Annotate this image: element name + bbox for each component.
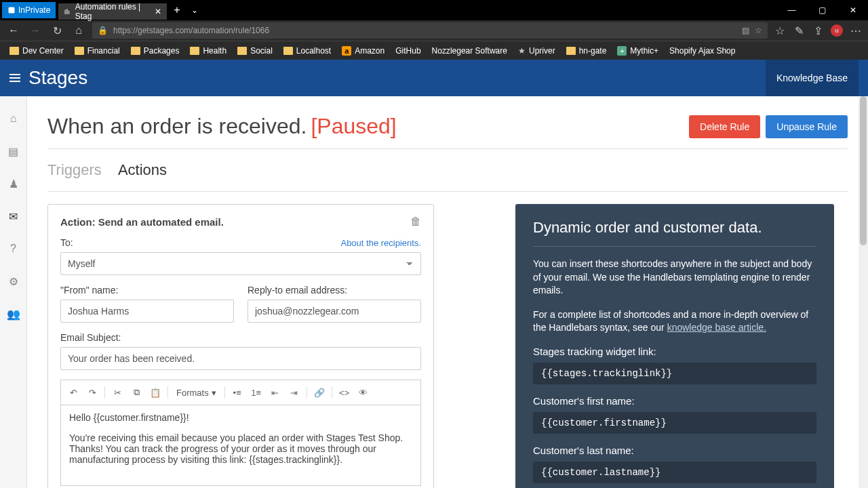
nav-back-button[interactable]: ← xyxy=(5,22,22,39)
knowledge-base-link[interactable]: Knowledge Base xyxy=(766,60,859,96)
window-minimize-button[interactable]: ― xyxy=(776,0,807,20)
preview-icon[interactable]: 👁 xyxy=(355,384,372,401)
shortcodes-panel: Dynamic order and customer data. You can… xyxy=(515,204,834,488)
redo-icon[interactable]: ↷ xyxy=(84,384,100,401)
divider xyxy=(47,191,848,192)
delete-rule-button[interactable]: Delete Rule xyxy=(689,115,760,138)
scrollbar-track[interactable] xyxy=(859,96,868,488)
tab-title: Automation rules | Stag xyxy=(75,2,149,21)
new-tab-button[interactable]: + xyxy=(167,4,186,16)
shortcode-code[interactable]: {{customer.lastname}} xyxy=(533,462,816,483)
to-select[interactable]: Myself xyxy=(60,252,421,275)
kb-article-link[interactable]: knowledge base article. xyxy=(667,322,766,333)
bookmark-item[interactable]: Dev Center xyxy=(5,44,68,58)
copy-icon[interactable]: ⧉ xyxy=(128,384,144,401)
reply-to-label: Reply-to email address: xyxy=(248,285,347,296)
shortcode-label: Customer's first name: xyxy=(533,395,816,407)
bookmark-item[interactable]: hn-gate xyxy=(562,44,611,58)
cut-icon[interactable]: ✂ xyxy=(109,384,125,401)
bookmark-item[interactable]: Nozzlegear Software xyxy=(428,44,511,58)
editor-paragraph: Hello {{customer.firstname}}! xyxy=(69,412,412,423)
window-maximize-button[interactable]: ▢ xyxy=(807,0,837,20)
number-list-icon[interactable]: 1≡ xyxy=(248,384,264,401)
bookmark-label: Upriver xyxy=(529,46,555,56)
svg-rect-1 xyxy=(65,9,66,14)
bookmark-item[interactable]: GitHub xyxy=(391,44,425,58)
tab-actions[interactable]: Actions xyxy=(118,161,167,179)
bookmark-item[interactable]: Packages xyxy=(127,44,184,58)
rail-gear-icon[interactable]: ⚙ xyxy=(7,275,20,287)
formats-dropdown[interactable]: Formats▾ xyxy=(172,388,220,398)
bookmark-item[interactable]: Health xyxy=(186,44,231,58)
shortcode-code[interactable]: {{stages.trackinglink}} xyxy=(533,363,816,384)
nav-forward-button[interactable]: → xyxy=(27,22,43,39)
notes-icon[interactable]: ✎ xyxy=(792,24,806,37)
bookmark-item[interactable]: aAmazon xyxy=(338,44,389,58)
scrollbar-thumb[interactable] xyxy=(860,96,867,245)
bookmark-item[interactable]: Shopify Ajax Shop xyxy=(665,44,739,58)
delete-action-icon[interactable]: 🗑 xyxy=(410,216,421,228)
bookmark-label: Mythic+ xyxy=(630,46,658,56)
paste-icon[interactable]: 📋 xyxy=(147,384,163,401)
undo-icon[interactable]: ↶ xyxy=(65,384,81,401)
editor-paragraph: You're receiving this email because you … xyxy=(69,432,412,465)
inprivate-label: InPrivate xyxy=(18,5,50,15)
subject-input[interactable] xyxy=(60,347,421,370)
url-text: https://getstages.com/automation/rule/10… xyxy=(113,26,269,35)
folder-icon xyxy=(131,47,140,55)
rail-user-icon[interactable]: ♟ xyxy=(7,178,20,190)
shortcode-label: Customer's last name: xyxy=(533,445,816,456)
more-icon[interactable]: ⋯ xyxy=(849,24,863,37)
browser-address-bar: ← → ↻ ⌂ 🔒 https://getstages.com/automati… xyxy=(0,20,868,41)
share-icon[interactable]: ⇪ xyxy=(811,24,825,37)
rail-help-icon[interactable]: ? xyxy=(7,243,20,255)
bookmark-item[interactable]: ★Upriver xyxy=(514,44,559,58)
bullet-list-icon[interactable]: •≡ xyxy=(229,384,245,401)
rail-home-icon[interactable]: ⌂ xyxy=(7,113,20,125)
reading-view-icon[interactable]: ▤ xyxy=(742,26,749,35)
favorites-icon[interactable]: ☆ xyxy=(773,24,787,37)
from-name-input[interactable] xyxy=(60,300,234,323)
inprivate-badge: InPrivate xyxy=(2,2,56,18)
bookmark-item[interactable]: +Mythic+ xyxy=(613,44,663,58)
bookmark-label: GitHub xyxy=(395,46,420,56)
rail-doc-icon[interactable]: ▤ xyxy=(7,145,20,157)
reply-to-input[interactable] xyxy=(248,300,421,323)
rail-people-icon[interactable]: 👥 xyxy=(7,308,20,320)
bookmark-item[interactable]: Financial xyxy=(71,44,124,58)
favorite-star-icon[interactable]: ☆ xyxy=(755,26,762,35)
action-card: Action: Send an automated email. 🗑 To: A… xyxy=(47,204,434,488)
star-icon: ★ xyxy=(518,46,526,56)
rail-mail-icon[interactable]: ✉ xyxy=(7,210,20,222)
tab-close-icon[interactable]: ✕ xyxy=(155,7,161,16)
app-header: Stages Knowledge Base xyxy=(0,60,868,96)
window-close-button[interactable]: ✕ xyxy=(837,0,868,20)
extension-badge[interactable]: u xyxy=(830,24,844,37)
browser-tab[interactable]: Automation rules | Stag ✕ xyxy=(58,3,167,20)
indent-icon[interactable]: ⇥ xyxy=(286,384,302,401)
tab-triggers[interactable]: Triggers xyxy=(47,161,102,179)
lock-icon: 🔒 xyxy=(98,26,108,35)
bookmark-label: Amazon xyxy=(355,46,384,56)
bookmark-item[interactable]: Localhost xyxy=(279,44,335,58)
nav-refresh-button[interactable]: ↻ xyxy=(49,22,65,39)
unpause-rule-button[interactable]: Unpause Rule xyxy=(766,115,848,138)
code-icon[interactable]: <> xyxy=(336,384,353,401)
tab-favicon xyxy=(64,7,71,16)
about-recipients-link[interactable]: About the recipients. xyxy=(340,238,421,248)
nav-home-button[interactable]: ⌂ xyxy=(71,22,87,39)
link-icon[interactable]: 🔗 xyxy=(311,384,328,401)
bookmark-item[interactable]: Social xyxy=(233,44,277,58)
action-card-title: Action: Send an automated email. xyxy=(60,216,224,228)
tabs-dropdown-icon[interactable]: ⌄ xyxy=(187,5,202,15)
bookmark-label: Localhost xyxy=(296,46,331,56)
url-input[interactable]: 🔒 https://getstages.com/automation/rule/… xyxy=(92,22,768,39)
email-body-editor[interactable]: Hello {{customer.firstname}}! You're rec… xyxy=(60,405,421,486)
shortcode-label: Stages tracking widget link: xyxy=(533,346,816,357)
divider xyxy=(47,148,848,149)
outdent-icon[interactable]: ⇤ xyxy=(267,384,283,401)
folder-icon xyxy=(566,47,576,55)
menu-hamburger-icon[interactable] xyxy=(9,74,20,82)
shortcode-code[interactable]: {{customer.firstname}} xyxy=(533,412,816,434)
folder-icon xyxy=(237,47,247,55)
